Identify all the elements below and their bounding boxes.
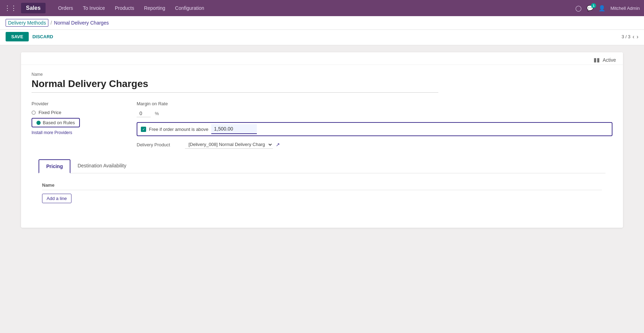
provider-label: Provider	[32, 101, 123, 106]
pagination-next[interactable]: ›	[637, 34, 638, 40]
form-card: ▮▮ Active Name Normal Delivery Charges P…	[21, 52, 623, 228]
breadcrumb-current: Normal Delivery Charges	[54, 20, 109, 26]
active-toggle[interactable]: ▮▮ Active	[594, 56, 616, 63]
margin-pct: %	[155, 111, 159, 116]
notification-icon[interactable]: 💬 1	[587, 5, 594, 12]
pricing-tab-content: Name Add a line	[32, 173, 612, 210]
margin-column: Margin on Rate 0 % ✓ Free if order amoun…	[137, 101, 612, 149]
pagination-info: 3 / 3	[622, 34, 630, 39]
breadcrumb-separator: /	[50, 20, 52, 26]
name-field-label: Name	[32, 72, 612, 77]
active-bar: ▮▮ Active	[21, 52, 623, 65]
fixed-price-radio-row: Fixed Price	[32, 110, 123, 115]
margin-value[interactable]: 0	[137, 110, 151, 117]
add-line-button[interactable]: Add a line	[42, 194, 71, 203]
delivery-product-row: Delivery Product [Delivery_008] Normal D…	[137, 140, 612, 149]
margin-label: Margin on Rate	[137, 101, 612, 106]
based-on-rules-radio[interactable]	[36, 121, 41, 125]
clock-icon[interactable]: ◯	[575, 5, 582, 12]
based-on-rules-radio-row: Based on Rules	[32, 118, 123, 127]
action-bar: SAVE DISCARD 3 / 3 ‹ ›	[0, 30, 644, 45]
delivery-product-select[interactable]: [Delivery_008] Normal Delivery Charg	[185, 140, 273, 149]
breadcrumb: Delivery Methods / Normal Delivery Charg…	[6, 19, 109, 27]
based-on-rules-label: Based on Rules	[43, 120, 75, 125]
based-on-rules-box[interactable]: Based on Rules	[32, 118, 80, 127]
user-name[interactable]: Mitchell Admin	[610, 6, 640, 11]
grid-icon[interactable]: ⋮⋮	[4, 4, 17, 12]
main-content: ▮▮ Active Name Normal Delivery Charges P…	[0, 45, 644, 235]
nav-configuration[interactable]: Configuration	[171, 3, 208, 13]
free-if-order-label: Free if order amount is above	[149, 127, 208, 132]
margin-row: 0 %	[137, 110, 612, 117]
form-body: Name Normal Delivery Charges Provider Fi…	[21, 65, 623, 217]
free-if-order-row: ✓ Free if order amount is above	[137, 122, 612, 136]
pagination-prev[interactable]: ‹	[632, 34, 634, 40]
tabs-bar: Pricing Destination Availability	[39, 159, 605, 173]
nav-reporting[interactable]: Reporting	[140, 3, 170, 13]
discard-button[interactable]: DISCARD	[32, 34, 53, 39]
free-amount-input[interactable]	[211, 124, 257, 134]
free-if-order-checkbox-row: ✓ Free if order amount is above	[137, 122, 612, 136]
user-avatar: 👤	[598, 5, 605, 12]
pagination: 3 / 3 ‹ ›	[622, 34, 638, 40]
provider-section: Provider Fixed Price Based on Rules Inst…	[32, 101, 612, 149]
fixed-price-radio[interactable]	[32, 111, 36, 115]
active-label: Active	[603, 57, 616, 63]
app-name[interactable]: Sales	[21, 3, 46, 13]
fixed-price-label[interactable]: Fixed Price	[39, 110, 61, 115]
nav-products[interactable]: Products	[111, 3, 138, 13]
install-more-providers[interactable]: Install more Providers	[32, 130, 123, 135]
active-icon: ▮▮	[594, 56, 600, 63]
delivery-method-name[interactable]: Normal Delivery Charges	[32, 78, 438, 93]
tab-pricing[interactable]: Pricing	[39, 159, 70, 173]
external-link-icon[interactable]: ↗	[276, 142, 280, 147]
nav-orders[interactable]: Orders	[54, 3, 77, 13]
provider-column: Provider Fixed Price Based on Rules Inst…	[32, 101, 123, 149]
top-menu: Orders To Invoice Products Reporting Con…	[54, 3, 573, 13]
free-if-checkbox[interactable]: ✓	[141, 127, 146, 132]
nav-to-invoice[interactable]: To Invoice	[79, 3, 109, 13]
breadcrumb-parent-link[interactable]: Delivery Methods	[6, 19, 48, 27]
tab-destination-availability[interactable]: Destination Availability	[70, 159, 133, 173]
pricing-table-header: Name	[42, 180, 602, 190]
delivery-product-label: Delivery Product	[137, 142, 182, 147]
save-button[interactable]: SAVE	[6, 32, 29, 41]
